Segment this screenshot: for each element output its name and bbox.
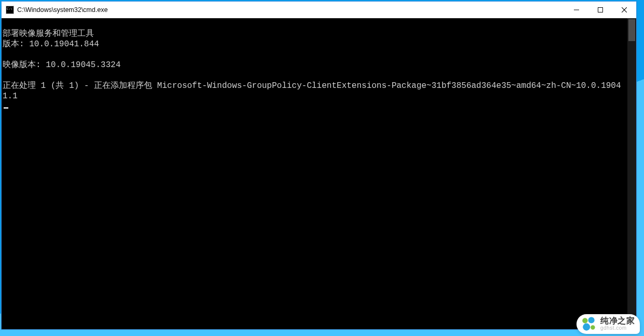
vertical-scrollbar[interactable]: ▲ ▼: [627, 18, 636, 329]
minimize-button[interactable]: [565, 2, 588, 18]
cmd-window: C:\ C:\Windows\system32\cmd.exe 部署映像服务和管…: [1, 1, 637, 330]
console-line: 映像版本: 10.0.19045.3324: [2, 60, 627, 70]
window-controls: [565, 2, 636, 18]
svg-point-7: [582, 318, 587, 323]
svg-rect-4: [598, 8, 603, 12]
console-client-area: 部署映像服务和管理工具 版本: 10.0.19041.844 映像版本: 10.…: [2, 18, 636, 329]
svg-point-8: [588, 317, 595, 323]
titlebar[interactable]: C:\ C:\Windows\system32\cmd.exe: [2, 2, 636, 18]
console-line: 版本: 10.0.19041.844: [2, 39, 627, 49]
scrollbar-thumb[interactable]: [628, 19, 635, 41]
cursor-icon: [4, 107, 8, 109]
console-line: 正在处理 1 (共 1) - 正在添加程序包 Microsoft-Windows…: [2, 81, 627, 101]
cmd-icon: C:\: [6, 6, 14, 14]
console-cursor-line: [2, 101, 627, 112]
svg-text:C:\: C:\: [7, 7, 12, 10]
console-line: 部署映像服务和管理工具: [2, 29, 627, 39]
watermark-title: 纯净之家: [600, 317, 635, 326]
svg-point-10: [591, 325, 595, 329]
window-title: C:\Windows\system32\cmd.exe: [17, 6, 565, 14]
close-button[interactable]: [612, 2, 636, 18]
console-output[interactable]: 部署映像服务和管理工具 版本: 10.0.19041.844 映像版本: 10.…: [2, 18, 627, 329]
brand-logo-icon: [581, 316, 596, 332]
maximize-button[interactable]: [588, 2, 612, 18]
watermark-subtitle: gdhst.com: [600, 326, 635, 331]
watermark-badge: 纯净之家 gdhst.com: [576, 314, 640, 334]
svg-point-9: [583, 324, 590, 331]
